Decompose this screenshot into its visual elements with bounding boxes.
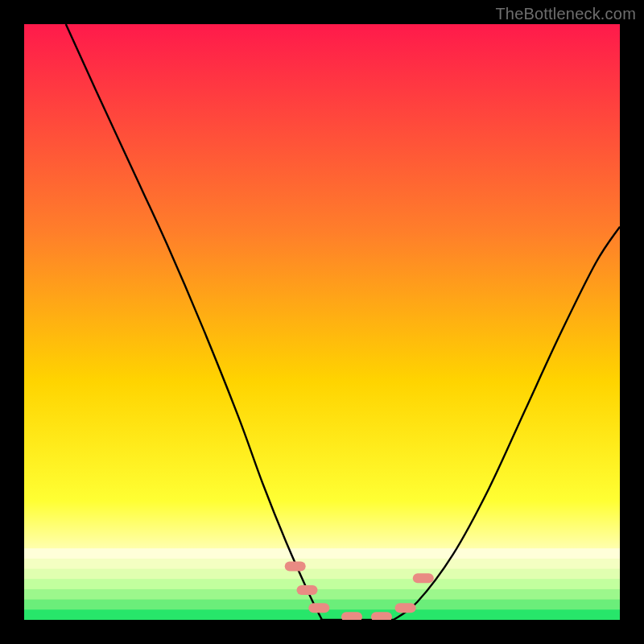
gradient-background	[24, 24, 620, 620]
chart-svg	[24, 24, 620, 620]
marker-pill	[297, 585, 318, 595]
marker-pill	[308, 603, 329, 613]
svg-rect-1	[24, 559, 620, 569]
svg-rect-0	[24, 548, 620, 559]
plot-area	[24, 24, 620, 620]
marker-pill	[285, 561, 306, 571]
watermark-text: TheBottleneck.com	[495, 5, 636, 23]
chart-frame: TheBottleneck.com	[0, 0, 644, 644]
marker-pill	[341, 612, 362, 620]
svg-rect-3	[24, 579, 620, 589]
marker-pill	[371, 612, 392, 620]
marker-pill	[413, 573, 434, 583]
svg-rect-2	[24, 569, 620, 580]
marker-pill	[395, 603, 416, 613]
svg-rect-4	[24, 589, 620, 600]
